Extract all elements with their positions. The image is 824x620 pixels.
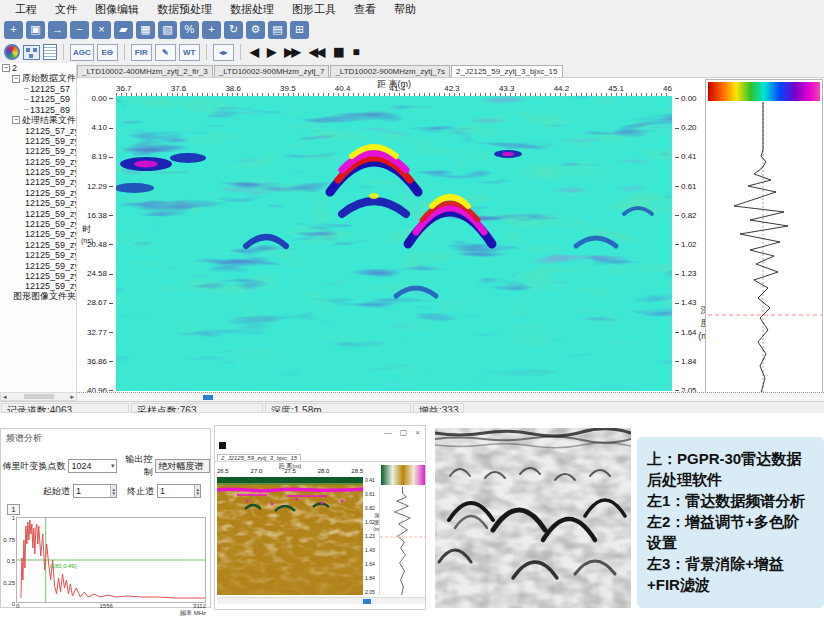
caption-line: 左1：雷达数据频谱分析	[647, 490, 814, 511]
menu-item[interactable]: 文件	[46, 2, 86, 17]
scrollbar-thumb[interactable]	[363, 599, 371, 604]
main-scrollbar[interactable]	[77, 392, 824, 401]
tree-item[interactable]: 12125_59_zy	[0, 271, 76, 281]
open-folder-icon[interactable]: ▰	[114, 21, 133, 39]
menu-bar: 工程文件图像编辑数据预处理数据处理图形工具查看帮助	[0, 0, 824, 18]
radar-image-main[interactable]	[116, 96, 672, 391]
menu-item[interactable]: 图形工具	[283, 2, 345, 17]
fft-points-label: 傅里叶变换点数	[1, 460, 68, 473]
fit-width-icon[interactable]: ◂▸	[213, 44, 234, 61]
remove-file-icon[interactable]: −	[70, 21, 89, 39]
pause-icon[interactable]: ▮▮	[330, 45, 345, 59]
agc-button[interactable]: AGC	[70, 44, 94, 61]
paste-file-icon[interactable]: ▣	[26, 21, 45, 39]
end-trace-stepper[interactable]: 1 ▴▾	[157, 484, 201, 498]
axis-tick: 0.61	[675, 182, 703, 191]
fir-filter-button[interactable]: FIR	[131, 44, 152, 61]
menu-item[interactable]: 数据处理	[221, 2, 283, 17]
export-folder-icon[interactable]: %	[180, 21, 199, 39]
scrollbar-thumb[interactable]	[24, 394, 54, 399]
distance-axis-ticks: 36.737.638.639.540.441.442.343.344.245.1…	[116, 84, 672, 93]
scrollbar-thumb[interactable]	[203, 395, 213, 400]
tab-file-4-active[interactable]: 2_J2125_59_zytj_3_bjxc_15	[451, 65, 562, 77]
output-mode-field[interactable]: 绝对幅度谱	[155, 459, 210, 473]
menu-item[interactable]: 图像编辑	[86, 2, 148, 17]
status-bar: 记录道数:4063采样点数:763深度:1.58m增益:333	[0, 401, 824, 413]
tree-item[interactable]: 12125_59	[0, 94, 76, 104]
brush-icon[interactable]: ✎	[155, 44, 176, 61]
scroll-left-icon[interactable]: ◂	[3, 393, 7, 401]
toolbar-main: +▣→−×▰▦▧%+↻⚙▤⊞	[0, 18, 824, 41]
tab-file-1[interactable]: _LTD10002-400MHzm_zytj_2_fir_3	[77, 65, 213, 77]
tree-item[interactable]: 12125_59_zy	[0, 250, 76, 260]
spin-down-icon[interactable]: ▾	[112, 491, 115, 495]
add-folder-icon[interactable]: +	[202, 21, 221, 39]
minimize-button[interactable]: —	[384, 428, 392, 437]
new-file-icon[interactable]: +	[4, 21, 23, 39]
distance-axis-ticks: 26.527.027.528.028.5	[217, 468, 363, 474]
tree-item[interactable]: 12125_59_zy	[0, 188, 76, 198]
stop-icon[interactable]	[219, 442, 226, 449]
save-image-icon[interactable]: ▧	[158, 21, 177, 39]
tab-file-2[interactable]: _LTD10002-900MHzm_zytj_7	[214, 65, 330, 77]
menu-item[interactable]: 工程	[6, 2, 46, 17]
tree-item[interactable]: 12125_59_zy	[0, 229, 76, 239]
gain-scrollbar[interactable]	[217, 597, 425, 604]
menu-item[interactable]: 帮助	[385, 2, 425, 17]
tree-collapse-icon[interactable]: −	[12, 75, 20, 83]
play-icon[interactable]: ▶	[264, 45, 277, 59]
spin-down-icon[interactable]: ▾	[196, 491, 199, 495]
layer-tree-icon[interactable]	[23, 45, 40, 60]
tree-collapse-icon[interactable]: −	[2, 64, 10, 72]
notebook-icon[interactable]	[43, 44, 57, 60]
tree-item[interactable]: 12125_59_zy	[0, 177, 76, 187]
tree-item[interactable]: 12125_57	[0, 84, 76, 94]
rewind-icon[interactable]: ◀◀	[306, 45, 326, 59]
palette-icon[interactable]	[4, 44, 20, 60]
settings-gear-icon[interactable]: ⚙	[246, 21, 265, 39]
tree-item[interactable]: 12125_59_zy	[0, 146, 76, 156]
tree-item[interactable]: 12125_59_zy	[0, 167, 76, 177]
tree-item[interactable]: 12125_57_zy	[0, 125, 76, 135]
tree-item[interactable]: 12125_59_zy	[0, 136, 76, 146]
menu-item[interactable]: 查看	[345, 2, 385, 17]
start-trace-stepper[interactable]: 1 ▴▾	[73, 484, 117, 498]
tree-scrollbar[interactable]: ◂ ▸	[0, 392, 77, 401]
maximize-button[interactable]: ▢	[400, 428, 408, 437]
tree-item[interactable]: 12125_59_zy	[0, 219, 76, 229]
radar-image-bw[interactable]	[435, 428, 631, 608]
axis-tick: 0.5	[3, 558, 15, 564]
gain-eq-button[interactable]: EΘ	[97, 44, 118, 61]
axis-tick: 0.82	[365, 505, 379, 511]
scroll-right-icon[interactable]: ▸	[70, 393, 74, 401]
tab-file-3[interactable]: _LTD10002-900MHzm_zytj_7s	[330, 65, 450, 77]
caption-line: 左2：增益调节+多色阶	[647, 511, 814, 532]
close-button[interactable]: ×	[415, 428, 420, 437]
tree-root[interactable]: 2	[12, 63, 17, 73]
caption-line: 设置	[647, 532, 814, 553]
step-back-icon[interactable]: ◀	[247, 45, 260, 59]
axis-tick: 44.2	[554, 84, 570, 93]
import-file-icon[interactable]: →	[48, 21, 67, 39]
tree-item[interactable]: 12125_59_zy	[0, 157, 76, 167]
wavelet-button[interactable]: WT	[179, 44, 200, 61]
fft-points-select[interactable]: 1024 ▾	[68, 459, 117, 473]
fast-forward-icon[interactable]: ▶▶	[281, 45, 301, 59]
delete-file-icon[interactable]: ×	[92, 21, 111, 39]
tree-item[interactable]: 12125_59_zy	[0, 208, 76, 218]
refresh-doc-icon[interactable]: ↻	[224, 21, 243, 39]
tree-item[interactable]: 12125_59_zy	[0, 240, 76, 250]
tab-file-active[interactable]: 2_J2125_59_zytj_3_bjxc_15	[217, 454, 301, 461]
tree-item[interactable]: 12125_59_zy	[0, 260, 76, 270]
tree-collapse-icon[interactable]: −	[12, 116, 20, 124]
menu-item[interactable]: 数据预处理	[148, 2, 221, 17]
stop-icon[interactable]: ■	[349, 45, 360, 59]
trace-number-tab[interactable]: 1	[7, 504, 20, 515]
radar-image-gain[interactable]	[217, 477, 363, 595]
caption-block: 上：PGPR-30雷达数据后处理软件左1：雷达数据频谱分析左2：增益调节+多色阶…	[637, 437, 824, 608]
print-preview-icon[interactable]: ⊞	[290, 21, 309, 39]
save-icon[interactable]: ▦	[136, 21, 155, 39]
tree-item[interactable]: 12125_59_zy	[0, 198, 76, 208]
tree-folder-images[interactable]: 图形图像文件夹	[0, 292, 76, 302]
print-icon[interactable]: ▤	[268, 21, 287, 39]
